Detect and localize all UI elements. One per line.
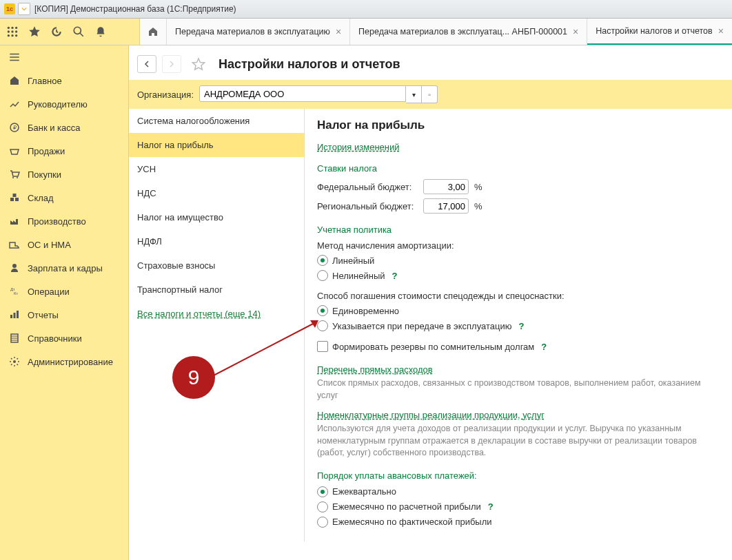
app-logo-icon: 1c (4, 3, 15, 14)
ruble-icon: ₽ (8, 121, 21, 134)
sidebar-item-purchases[interactable]: Покупки (0, 163, 128, 186)
close-icon[interactable]: × (336, 26, 341, 37)
settings-item-tax-system[interactable]: Система налогообложения (129, 109, 304, 133)
settings-item-ndfl[interactable]: НДФЛ (129, 229, 304, 253)
svg-point-12 (12, 177, 14, 178)
person-icon (8, 262, 21, 274)
close-icon[interactable]: × (573, 26, 578, 37)
settings-item-insurance[interactable]: Страховые взносы (129, 253, 304, 278)
settings-item-profit-tax[interactable]: Налог на прибыль (129, 133, 304, 157)
bars-icon (8, 309, 21, 321)
history-icon[interactable] (50, 25, 63, 39)
svg-rect-21 (14, 313, 16, 318)
svg-point-7 (11, 34, 13, 37)
home-icon (8, 74, 21, 87)
sidebar-item-sales[interactable]: Продажи (0, 139, 128, 163)
nomenclature-desc: Используются для учета доходов от реализ… (317, 423, 720, 459)
apps-grid-icon[interactable] (6, 25, 19, 39)
burger-icon[interactable] (0, 45, 128, 69)
toolbar-icons (0, 19, 140, 45)
main-toolbar: Передача материалов в эксплуатацию× Пере… (0, 19, 732, 45)
sidebar-item-manager[interactable]: Руководителю (0, 92, 128, 116)
tab-tax-settings[interactable]: Настройки налогов и отчетов× (587, 19, 732, 45)
forward-button[interactable] (162, 55, 181, 73)
spec-label: Способ погашения стоимости спецодежды и … (317, 291, 720, 301)
regional-input[interactable] (423, 198, 469, 214)
back-button[interactable] (137, 55, 156, 73)
radio-monthly-est[interactable] (317, 501, 328, 512)
svg-rect-14 (10, 198, 14, 201)
chart-icon (8, 98, 21, 110)
percent-sign: % (474, 201, 482, 211)
sidebar-item-main[interactable]: Главное (0, 69, 128, 92)
radio-nonlinear[interactable] (317, 270, 328, 281)
help-icon[interactable]: ? (392, 271, 398, 281)
truck-icon (8, 238, 21, 251)
search-icon[interactable] (72, 25, 85, 39)
sidebar-item-admin[interactable]: Администрирование (0, 350, 128, 373)
settings-item-transport-tax[interactable]: Транспортный налог (129, 278, 304, 302)
page-header: Настройки налогов и отчетов (129, 45, 732, 80)
sidebar-item-reports[interactable]: Отчеты (0, 303, 128, 326)
settings-item-property-tax[interactable]: Налог на имущество (129, 205, 304, 229)
svg-point-3 (8, 30, 10, 32)
main-sidebar: Главное Руководителю ₽Банк и касса Прода… (0, 45, 129, 560)
help-icon[interactable]: ? (488, 501, 494, 512)
window-title: [КОПИЯ] Демонстрационная база (1С:Предпр… (34, 4, 236, 14)
boxes-icon (8, 191, 21, 204)
content-area: Настройки налогов и отчетов Организация:… (129, 45, 732, 560)
ops-icon: ДтКт (8, 285, 21, 298)
tab-materials-transfer-doc[interactable]: Передача материалов в эксплуатац... АНБП… (350, 19, 587, 45)
annotation-badge: 9 (172, 356, 215, 399)
svg-point-24 (13, 360, 16, 363)
svg-point-17 (12, 264, 17, 268)
sidebar-item-reference[interactable]: Справочники (0, 326, 128, 350)
sidebar-item-bank[interactable]: ₽Банк и касса (0, 116, 128, 139)
settings-item-usn[interactable]: УСН (129, 157, 304, 181)
radio-monthly-act[interactable] (317, 517, 328, 528)
percent-sign: % (474, 182, 482, 192)
star-icon[interactable] (28, 25, 41, 39)
regional-label: Региональный бюджет: (317, 201, 418, 211)
svg-rect-16 (13, 194, 17, 197)
sidebar-item-warehouse[interactable]: Склад (0, 186, 128, 209)
radio-quarterly[interactable] (317, 486, 328, 497)
svg-text:Кт: Кт (14, 291, 18, 295)
radio-once[interactable] (317, 305, 328, 316)
tab-materials-transfer[interactable]: Передача материалов в эксплуатацию× (167, 19, 350, 45)
svg-text:₽: ₽ (13, 125, 17, 131)
radio-linear[interactable] (317, 255, 328, 266)
svg-point-4 (11, 30, 13, 32)
svg-point-1 (11, 27, 13, 29)
bell-icon[interactable] (94, 25, 108, 39)
svg-point-0 (8, 27, 10, 29)
federal-input[interactable] (423, 179, 469, 194)
factory-icon (8, 215, 21, 227)
sidebar-item-salary[interactable]: Зарплата и кадры (0, 256, 128, 280)
close-icon[interactable]: × (718, 25, 724, 37)
nomenclature-link[interactable]: Номенклатурные группы реализации продукц… (317, 410, 545, 420)
advance-section-title: Порядок уплаты авансовых платежей: (317, 470, 720, 481)
svg-point-5 (15, 30, 17, 32)
dropdown-button[interactable]: ▾ (406, 85, 422, 103)
sidebar-item-assets[interactable]: ОС и НМА (0, 233, 128, 256)
amort-label: Метод начисления амортизации: (317, 240, 720, 251)
history-link[interactable]: История изменений (317, 142, 400, 152)
help-icon[interactable]: ? (541, 342, 547, 352)
sidebar-item-operations[interactable]: ДтКтОперации (0, 280, 128, 303)
favorite-icon[interactable] (191, 56, 206, 72)
titlebar-dropdown[interactable] (18, 3, 30, 15)
organization-input[interactable] (199, 85, 406, 102)
svg-point-13 (17, 177, 18, 178)
help-icon[interactable]: ? (518, 321, 524, 331)
open-button[interactable]: ▫ (422, 85, 438, 103)
organization-bar: Организация: ▾ ▫ (129, 80, 732, 109)
home-tab[interactable] (140, 19, 167, 45)
svg-point-6 (8, 34, 10, 37)
settings-item-vat[interactable]: НДС (129, 181, 304, 205)
direct-expenses-link[interactable]: Перечень прямых расходов (317, 364, 433, 375)
settings-panel: Налог на прибыль История изменений Ставк… (305, 109, 732, 541)
svg-point-8 (15, 34, 17, 37)
svg-rect-15 (15, 198, 19, 201)
sidebar-item-production[interactable]: Производство (0, 209, 128, 233)
